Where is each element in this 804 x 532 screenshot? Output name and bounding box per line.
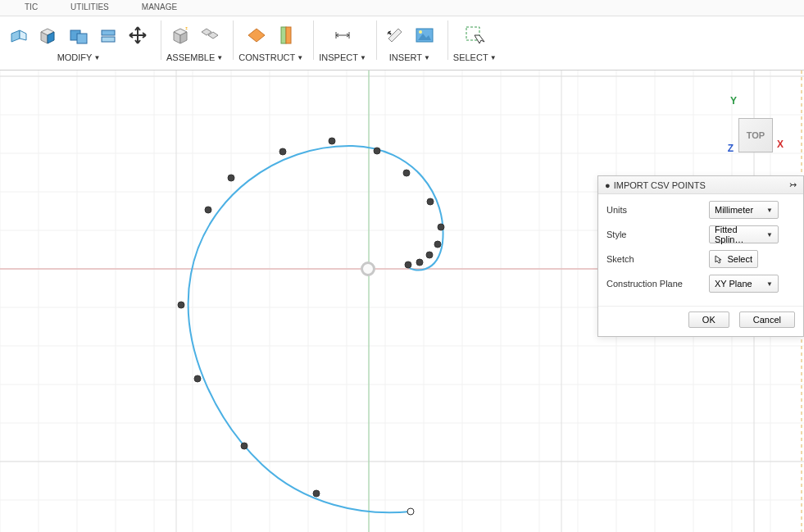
svg-point-9 xyxy=(419,30,422,34)
spline-curve[interactable] xyxy=(178,138,444,515)
cancel-button[interactable]: Cancel xyxy=(739,311,795,328)
svg-rect-3 xyxy=(102,37,115,42)
axis-z-label: Z xyxy=(728,143,734,154)
move-icon[interactable] xyxy=(125,22,151,48)
spline-point[interactable] xyxy=(426,252,433,258)
tab-utilities[interactable]: UTILITIES xyxy=(54,0,125,16)
modify-combine-icon[interactable] xyxy=(66,22,92,48)
toolbar-divider xyxy=(313,20,314,60)
svg-rect-2 xyxy=(102,30,115,35)
press-pull-icon[interactable] xyxy=(7,22,33,48)
dialog-title: IMPORT CSV POINTS xyxy=(614,180,706,190)
modify-label[interactable]: MODIFY▼ xyxy=(57,52,101,62)
view-cube[interactable]: Y TOP X Z xyxy=(730,85,779,134)
plane-select[interactable]: XY Plane▼ xyxy=(709,275,779,293)
construct-label[interactable]: CONSTRUCT▼ xyxy=(238,52,303,62)
spline-point[interactable] xyxy=(205,207,211,213)
spline-point[interactable] xyxy=(194,375,201,382)
modify-box-icon[interactable] xyxy=(36,22,62,48)
select-label[interactable]: SELECT▼ xyxy=(453,52,497,62)
sketch-label: Sketch xyxy=(606,254,701,264)
toolbar-divider xyxy=(233,20,234,60)
spline-point[interactable] xyxy=(434,241,441,248)
svg-rect-5 xyxy=(281,27,286,43)
axis-y-label: Y xyxy=(730,95,737,107)
tab-manage[interactable]: MANAGE xyxy=(125,0,193,16)
svg-marker-4 xyxy=(185,27,188,30)
toolbar-divider xyxy=(376,20,377,60)
units-select[interactable]: Millimeter▼ xyxy=(709,201,779,219)
collapse-icon[interactable]: ● xyxy=(605,180,611,190)
sketch-canvas[interactable]: Y TOP X Z ● IMPORT CSV POINTS ↣ Units Mi… xyxy=(0,70,804,532)
viewcube-face-top[interactable]: TOP xyxy=(738,118,773,152)
spline-point[interactable] xyxy=(407,508,414,515)
spline-point[interactable] xyxy=(438,224,444,230)
units-label: Units xyxy=(606,205,701,215)
select-icon[interactable] xyxy=(461,22,488,48)
insert-decal-icon[interactable] xyxy=(411,22,438,48)
spline-point[interactable] xyxy=(374,148,380,154)
spline-point[interactable] xyxy=(241,443,248,449)
origin-point xyxy=(361,261,375,276)
assemble-label[interactable]: ASSEMBLE▼ xyxy=(166,52,223,62)
spline-point[interactable] xyxy=(416,259,423,266)
spline-point[interactable] xyxy=(313,490,320,497)
assemble-joint-icon[interactable] xyxy=(197,22,223,48)
insert-derive-icon[interactable] xyxy=(382,22,408,48)
modify-split-icon[interactable] xyxy=(95,22,121,48)
spline-point[interactable] xyxy=(403,170,410,176)
insert-label[interactable]: INSERT▼ xyxy=(389,52,430,62)
svg-rect-6 xyxy=(286,27,291,43)
construct-plane-icon[interactable] xyxy=(243,22,270,48)
svg-rect-1 xyxy=(77,34,87,43)
toolbar-divider xyxy=(447,20,448,60)
plane-label: Construction Plane xyxy=(606,279,701,289)
construct-axis-icon[interactable] xyxy=(273,22,299,48)
style-select[interactable]: Fitted Splin…▼ xyxy=(709,225,779,243)
dialog-header[interactable]: ● IMPORT CSV POINTS ↣ xyxy=(598,176,803,194)
cursor-icon xyxy=(715,255,724,264)
ribbon-toolbar: MODIFY▼ ASSEMBLE▼ CONSTRUCT▼ xyxy=(0,16,804,70)
toolbar-divider xyxy=(161,20,161,60)
spline-point[interactable] xyxy=(279,148,286,155)
style-label: Style xyxy=(606,230,701,239)
assemble-new-icon[interactable] xyxy=(167,22,193,48)
axis-x-label: X xyxy=(777,139,784,150)
spline-point[interactable] xyxy=(427,198,434,205)
spline-point[interactable] xyxy=(405,261,411,268)
tab-tic[interactable]: TIC xyxy=(8,0,54,16)
inspect-measure-icon[interactable] xyxy=(329,22,356,48)
import-csv-dialog: ● IMPORT CSV POINTS ↣ Units Millimeter▼ … xyxy=(597,175,804,337)
sketch-select-button[interactable]: Select xyxy=(709,250,758,268)
spline-point[interactable] xyxy=(228,175,234,181)
expand-icon[interactable]: ↣ xyxy=(789,180,797,190)
ok-button[interactable]: OK xyxy=(688,311,729,328)
spline-point[interactable] xyxy=(329,138,335,144)
spline-point[interactable] xyxy=(178,302,184,308)
inspect-label[interactable]: INSPECT▼ xyxy=(319,52,366,62)
